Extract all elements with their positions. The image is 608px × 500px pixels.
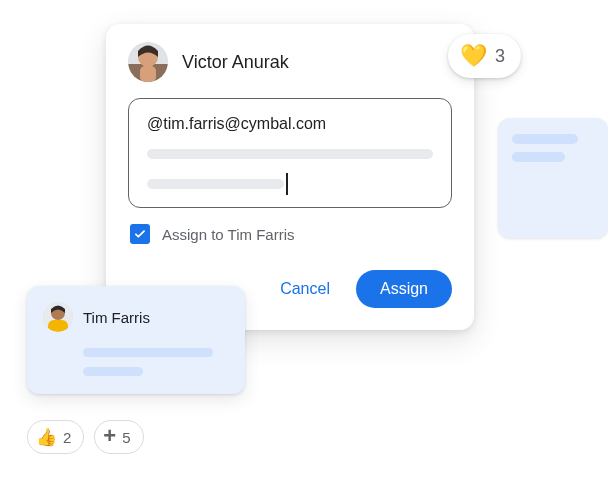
thumbs-up-reaction[interactable]: 👍 2 bbox=[27, 420, 84, 454]
text-skeleton-line bbox=[147, 179, 284, 189]
mention-text: @tim.farris@cymbal.com bbox=[147, 115, 433, 133]
dialog-header: Victor Anurak bbox=[128, 42, 452, 82]
svg-rect-4 bbox=[140, 66, 156, 82]
thumbs-up-icon: 👍 bbox=[36, 429, 57, 446]
cancel-button[interactable]: Cancel bbox=[264, 270, 346, 308]
text-skeleton-line bbox=[83, 367, 143, 376]
plus-icon: + bbox=[103, 425, 116, 447]
assign-button[interactable]: Assign bbox=[356, 270, 452, 308]
comment-dialog: Victor Anurak @tim.farris@cymbal.com Ass… bbox=[106, 24, 474, 330]
add-reaction-count: 5 bbox=[122, 429, 130, 446]
assignee-avatar bbox=[43, 302, 73, 332]
author-avatar bbox=[128, 42, 168, 82]
reactions-row: 👍 2 + 5 bbox=[27, 420, 144, 454]
assign-label: Assign to Tim Farris bbox=[162, 226, 295, 243]
assignee-card: Tim Farris bbox=[27, 286, 245, 394]
heart-reaction-pill[interactable]: 💛 3 bbox=[448, 34, 521, 78]
svg-rect-7 bbox=[48, 320, 68, 332]
assignee-name: Tim Farris bbox=[83, 309, 150, 326]
heart-count: 3 bbox=[495, 46, 505, 67]
background-card-right bbox=[498, 118, 608, 238]
comment-input[interactable]: @tim.farris@cymbal.com bbox=[128, 98, 452, 208]
text-skeleton-line bbox=[83, 348, 213, 357]
thumbs-up-count: 2 bbox=[63, 429, 71, 446]
text-caret bbox=[286, 173, 287, 195]
assign-row: Assign to Tim Farris bbox=[128, 224, 452, 244]
text-skeleton-line bbox=[147, 149, 433, 159]
add-reaction[interactable]: + 5 bbox=[94, 420, 143, 454]
heart-icon: 💛 bbox=[460, 45, 487, 67]
assign-checkbox[interactable] bbox=[130, 224, 150, 244]
author-name: Victor Anurak bbox=[182, 52, 289, 73]
